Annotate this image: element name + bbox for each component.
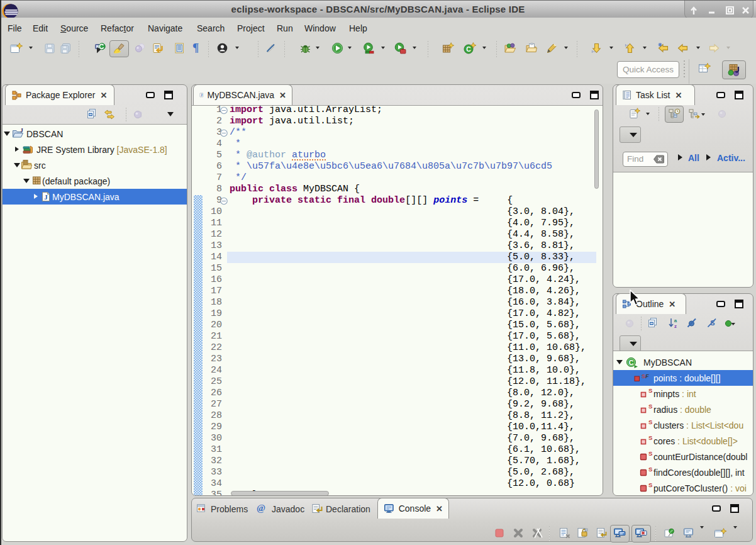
svg-text:F: F xyxy=(645,373,649,379)
svg-text:J: J xyxy=(20,128,23,133)
svg-text:C: C xyxy=(466,45,471,53)
svg-text:z: z xyxy=(674,323,677,329)
svg-text:C: C xyxy=(629,359,634,366)
svg-text:J: J xyxy=(44,193,48,201)
